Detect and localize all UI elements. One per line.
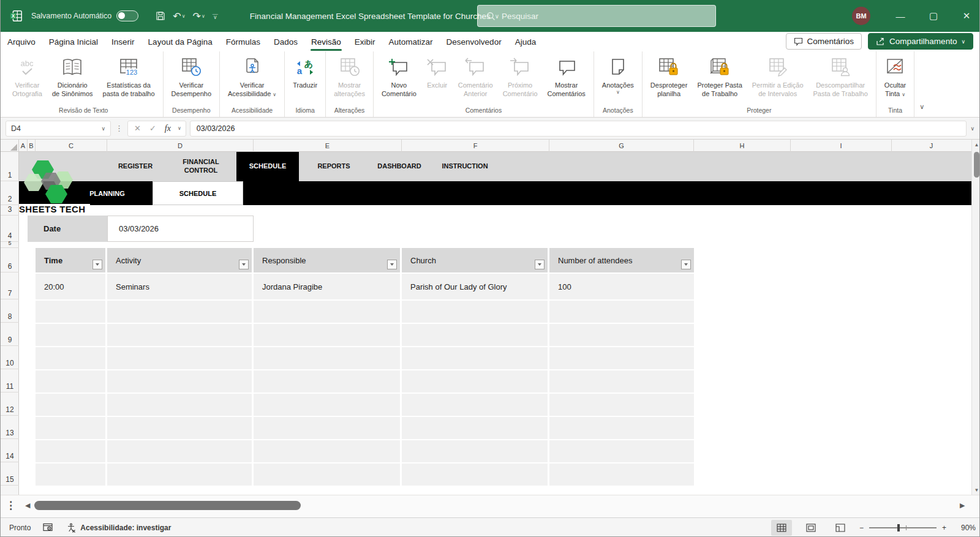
row-header-13[interactable]: 13: [1, 416, 19, 439]
empty-cell[interactable]: [254, 347, 400, 369]
empty-cell[interactable]: [402, 301, 548, 323]
close-button[interactable]: ✕: [952, 0, 980, 32]
new-comment-button[interactable]: Novo Comentário: [377, 54, 421, 106]
row-header-15[interactable]: 15: [1, 462, 19, 486]
empty-cell[interactable]: [107, 370, 252, 392]
empty-cell[interactable]: [36, 301, 105, 323]
sheet-nav-dashboard[interactable]: DASHBOARD: [369, 152, 430, 181]
empty-cell[interactable]: [107, 347, 252, 369]
row-header-1[interactable]: 1: [1, 152, 19, 181]
empty-cell[interactable]: [549, 301, 694, 323]
search-input[interactable]: Pesquisar: [477, 5, 716, 27]
table-header-time[interactable]: Time: [36, 248, 105, 272]
formula-bar-splitter[interactable]: ⋮: [111, 124, 127, 133]
menu-tab-dados[interactable]: Dados: [267, 32, 304, 51]
column-header-a[interactable]: A: [19, 140, 28, 152]
row-header-12[interactable]: 12: [1, 392, 19, 416]
empty-cell[interactable]: [549, 464, 694, 486]
table-header-church[interactable]: Church: [402, 248, 548, 272]
empty-cell[interactable]: [36, 417, 105, 439]
row-header-14[interactable]: 14: [1, 439, 19, 462]
translate-button[interactable]: aあ Traduzir: [288, 54, 322, 106]
zoom-percentage[interactable]: 90%: [955, 524, 976, 532]
menu-tab-ajuda[interactable]: Ajuda: [508, 32, 543, 51]
empty-cell[interactable]: [107, 324, 252, 346]
table-header-activity[interactable]: Activity: [107, 248, 252, 272]
menu-tab-exibir[interactable]: Exibir: [348, 32, 382, 51]
empty-cell[interactable]: [402, 394, 548, 416]
empty-cell[interactable]: [402, 347, 548, 369]
empty-cell[interactable]: [107, 417, 252, 439]
empty-cell[interactable]: [254, 394, 400, 416]
sheet-nav-instruction[interactable]: INSTRUCTION: [434, 152, 496, 181]
empty-cell[interactable]: [36, 464, 105, 486]
empty-cell[interactable]: [36, 347, 105, 369]
vertical-scrollbar-thumb[interactable]: [974, 152, 979, 178]
empty-cell[interactable]: [36, 440, 105, 462]
notes-button[interactable]: Anotações ∨: [597, 54, 639, 106]
menu-tab-automatizar[interactable]: Automatizar: [382, 32, 440, 51]
check-performance-button[interactable]: Verificar Desempenho: [167, 54, 216, 106]
row-header-7[interactable]: 7: [1, 272, 19, 299]
column-header-g[interactable]: G: [549, 140, 694, 152]
empty-cell[interactable]: [549, 440, 694, 462]
empty-cell[interactable]: [402, 440, 548, 462]
empty-cell[interactable]: [549, 347, 694, 369]
cell-activity[interactable]: Seminars: [107, 274, 252, 299]
minimize-button[interactable]: —: [886, 0, 914, 32]
document-title[interactable]: Financial Management Excel Spreadsheet T…: [250, 12, 499, 21]
formula-input[interactable]: 03/03/2026: [190, 121, 967, 137]
scroll-left-icon[interactable]: ◀: [25, 501, 30, 509]
sheet-nav-reports[interactable]: REPORTS: [303, 152, 364, 181]
empty-cell[interactable]: [107, 301, 252, 323]
comments-button[interactable]: Comentários: [786, 33, 862, 50]
column-header-c[interactable]: C: [36, 140, 107, 152]
date-label-cell[interactable]: Date: [28, 216, 107, 242]
collapse-ribbon-button[interactable]: ∨: [914, 51, 933, 117]
sheet-nav-schedule[interactable]: SCHEDULE: [236, 152, 299, 181]
accessibility-status[interactable]: Acessibilidade: investigar: [66, 523, 171, 533]
macro-record-icon[interactable]: [43, 523, 54, 532]
restore-button[interactable]: ▢: [919, 0, 948, 32]
horizontal-scrollbar-thumb[interactable]: [34, 501, 301, 510]
zoom-in-icon[interactable]: +: [942, 524, 946, 532]
empty-cell[interactable]: [549, 417, 694, 439]
zoom-out-icon[interactable]: −: [859, 524, 864, 532]
show-comments-button[interactable]: Mostrar Comentários: [543, 54, 590, 106]
scroll-up-icon[interactable]: ▲: [972, 140, 980, 149]
cancel-entry-icon[interactable]: ✕: [130, 124, 145, 133]
customize-quick-access-icon[interactable]: —∨: [210, 12, 221, 20]
date-value-cell[interactable]: 03/03/2026: [107, 216, 254, 242]
hide-ink-button[interactable]: Ocultar Tinta∨: [880, 54, 911, 106]
empty-cell[interactable]: [402, 324, 548, 346]
filter-dropdown-icon[interactable]: [92, 260, 102, 269]
empty-cell[interactable]: [107, 440, 252, 462]
empty-cell[interactable]: [402, 464, 548, 486]
check-accessibility-button[interactable]: Verificar Acessibilidade∨: [223, 54, 281, 106]
empty-cell[interactable]: [549, 394, 694, 416]
empty-cell[interactable]: [36, 394, 105, 416]
row-header-8[interactable]: 8: [1, 299, 19, 323]
empty-cell[interactable]: [36, 324, 105, 346]
row-header-3[interactable]: 3: [1, 205, 19, 216]
empty-cell[interactable]: [107, 464, 252, 486]
sheet-subnav-planning[interactable]: PLANNING: [77, 181, 138, 205]
sheet-nav-register[interactable]: REGISTER: [105, 152, 166, 181]
row-header-4[interactable]: 4: [1, 216, 19, 242]
menu-tab-formulas[interactable]: Fórmulas: [219, 32, 267, 51]
sheet-nav-financial-control[interactable]: FINANCIAL CONTROL: [170, 152, 232, 181]
filter-dropdown-icon[interactable]: [387, 260, 397, 269]
sheet-tab-splitter[interactable]: ⋮: [6, 499, 16, 512]
filter-dropdown-icon[interactable]: [681, 260, 691, 269]
workbook-statistics-button[interactable]: 123 Estatísticas da pasta de trabalho: [98, 54, 160, 106]
empty-cell[interactable]: [549, 370, 694, 392]
row-header-5[interactable]: 5: [1, 242, 19, 248]
column-header-j[interactable]: J: [892, 140, 971, 152]
row-header-2[interactable]: 2: [1, 181, 19, 205]
name-box[interactable]: D4 ∨: [6, 121, 111, 137]
confirm-entry-icon[interactable]: ✓: [146, 124, 160, 133]
table-header-attendees[interactable]: Number of attendees: [549, 248, 694, 272]
table-header-responsible[interactable]: Responsible: [254, 248, 400, 272]
sheet-subnav-schedule[interactable]: SCHEDULE: [153, 181, 243, 205]
zoom-slider[interactable]: − +: [859, 524, 946, 532]
